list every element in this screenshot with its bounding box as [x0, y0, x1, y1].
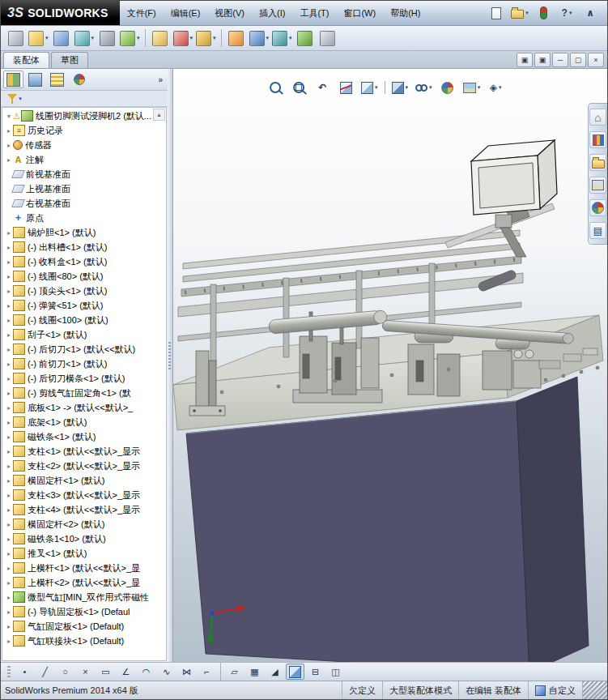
tree-row[interactable]: ▸(-) 收料盒<1> (默认) — [2, 254, 166, 269]
expand-arrow-icon[interactable]: ▸ — [5, 608, 13, 616]
tree-row[interactable]: ▸底架<1> (默认) — [2, 415, 166, 429]
new-document-button[interactable] — [486, 2, 507, 23]
tree-row[interactable]: ▸气缸联接块<1> (Default) — [2, 634, 166, 648]
menu-item[interactable]: 插入(I) — [252, 1, 292, 25]
apply-scene-button[interactable]: ▾ — [462, 79, 482, 96]
restore-button[interactable]: ▢ — [570, 53, 586, 67]
tree-row[interactable]: ▸支柱<3> (默认<<默认>_显示 — [2, 488, 166, 502]
close-button[interactable]: × — [588, 53, 604, 67]
featuremanager-tab[interactable] — [3, 70, 23, 88]
tree-row[interactable]: ▸推叉<1> (默认) — [2, 546, 166, 561]
tree-row[interactable]: ▸(-) 后切刀横条<1> (默认) — [2, 371, 166, 386]
appearances-scenes-button[interactable] — [589, 199, 606, 216]
tree-row[interactable]: ▸支柱<4> (默认<<默认>_显示 — [2, 502, 166, 517]
tree-row[interactable]: ▸气缸固定板<1> (Default) — [2, 619, 166, 634]
linear-component-pattern-button[interactable]: ▾ — [74, 28, 96, 49]
expand-arrow-icon[interactable]: ▸ — [5, 142, 13, 149]
status-customize-cell[interactable]: 自定义 — [528, 681, 582, 699]
expand-arrow-icon[interactable]: ▸ — [5, 638, 13, 645]
expand-arrow-icon[interactable]: ▸ — [5, 390, 13, 397]
expand-arrow-icon[interactable]: ▸ — [5, 127, 13, 134]
sketch-rectangle-button[interactable]: ▭ — [96, 664, 115, 680]
offset-entities-button[interactable]: ⌐ — [198, 664, 216, 680]
tree-row[interactable]: ▸(-) 后切刀<1> (默认<<默认) — [2, 342, 166, 356]
minimize-button[interactable]: ─ — [552, 53, 568, 67]
external-references-button[interactable] — [317, 28, 338, 49]
move-component-button[interactable]: ▾ — [119, 28, 141, 49]
expand-arrow-icon[interactable]: ▸ — [5, 419, 13, 426]
panel-splitter[interactable] — [168, 69, 173, 662]
tree-row[interactable]: ▸传感器 — [2, 138, 166, 152]
exploded-view-button[interactable]: ▾ — [271, 28, 293, 49]
mate-button[interactable] — [51, 28, 72, 49]
solidworks-resources-button[interactable] — [533, 2, 554, 23]
tree-row[interactable]: +原点 — [2, 211, 166, 225]
expand-arrow-icon[interactable]: ▸ — [5, 375, 13, 382]
expand-arrow-icon[interactable]: ▸ — [5, 404, 13, 412]
sketch-line-button[interactable]: ╱ — [36, 664, 54, 680]
graphics-area[interactable]: ↶▾▾▾▾◈▾ ⌂▤ — [173, 69, 607, 662]
menu-item[interactable]: 帮助(H) — [383, 1, 427, 25]
reference-plane-button[interactable]: ▱ — [225, 664, 244, 680]
expand-arrow-icon[interactable]: ▸ — [5, 492, 13, 499]
sketch-angle-button[interactable]: ∠ — [117, 664, 135, 680]
tree-row[interactable]: ▸支柱<1> (默认<<默认>_显示 — [2, 444, 166, 459]
design-library-button[interactable] — [589, 131, 606, 148]
shaded-with-edges-button[interactable] — [286, 664, 304, 680]
panel-overflow-button[interactable]: » — [158, 75, 165, 84]
help-button[interactable]: ?▾ — [556, 2, 577, 23]
tree-row[interactable]: ▸横固定杆<2> (默认) — [2, 517, 166, 531]
configurationmanager-tab[interactable] — [47, 70, 67, 88]
menu-item[interactable]: 编辑(E) — [164, 1, 208, 25]
section-line-button[interactable]: ◢ — [266, 664, 284, 680]
expand-arrow-icon[interactable]: ▸ — [5, 288, 13, 295]
view-orientation-button[interactable]: ▾ — [360, 79, 379, 96]
propertymanager-tab[interactable] — [25, 70, 45, 88]
tree-row[interactable]: ▸刮子<1> (默认) — [2, 327, 166, 342]
menu-item[interactable]: 工具(T) — [292, 1, 336, 25]
tree-row[interactable]: ▸锡炉胆<1> (默认) — [2, 225, 166, 240]
edit-appearance-button[interactable] — [439, 79, 457, 96]
expand-arrow-icon[interactable]: ▸ — [5, 302, 13, 309]
tree-scroll-up-button[interactable]: ▲ — [153, 109, 165, 121]
tree-row[interactable]: 上视基准面 — [2, 181, 166, 196]
open-button[interactable]: ▾ — [509, 2, 530, 23]
display-style-button[interactable]: ▾ — [391, 79, 410, 96]
split-horizontal-button[interactable]: ⊟ — [306, 664, 325, 680]
split-vertical-button[interactable]: ◫ — [326, 664, 345, 680]
window-tile-button[interactable]: ▣ — [534, 53, 551, 67]
tree-row[interactable]: ▸(-) 导轨固定板<1> (Defaul — [2, 604, 166, 619]
sketch-spline-button[interactable]: ∿ — [157, 664, 176, 680]
menu-item[interactable]: 文件(F) — [120, 1, 164, 25]
section-view-button[interactable] — [337, 79, 355, 96]
tree-row[interactable]: ▸≡历史记录 — [2, 123, 166, 138]
bill-of-materials-button[interactable]: ▾ — [249, 28, 270, 49]
view-palette-button[interactable] — [589, 177, 606, 194]
reference-geometry-button[interactable]: ▾ — [195, 28, 217, 49]
collapse-menubar-button[interactable]: ∧ — [580, 2, 601, 23]
expand-arrow-icon[interactable]: ▸ — [5, 361, 13, 368]
sketch-arc-button[interactable]: ◠ — [137, 664, 155, 680]
new-motion-study-button[interactable] — [226, 28, 247, 49]
displaymanager-tab[interactable] — [69, 70, 89, 88]
model-cluster-b[interactable] — [408, 330, 460, 396]
expand-arrow-icon[interactable]: ▸ — [5, 565, 13, 572]
expand-arrow-icon[interactable]: ▸ — [5, 536, 13, 543]
window-list-button[interactable]: ▣ — [517, 53, 533, 67]
tree-row[interactable]: ▸(-) 顶尖头<1> (默认) — [2, 284, 166, 298]
expand-arrow-icon[interactable]: ▸ — [5, 317, 13, 324]
instant3d-button[interactable] — [295, 28, 316, 49]
tree-row[interactable]: ▸(-) 剪线气缸固定角<1> (默 — [2, 386, 166, 400]
tree-row[interactable]: ▸支柱<2> (默认<<默认>_显示 — [2, 459, 166, 473]
expand-arrow-icon[interactable]: ▸ — [5, 448, 13, 455]
expand-arrow-icon[interactable]: ▸ — [5, 477, 13, 484]
expand-arrow-icon[interactable]: ▸ — [5, 331, 13, 339]
viewport-3d-model[interactable] — [173, 69, 607, 662]
expand-arrow-icon[interactable]: ▸ — [5, 273, 13, 280]
tree-row[interactable]: ▸A注解 — [2, 152, 166, 167]
tree-row[interactable]: ▸(-) 线圈<80> (默认) — [2, 269, 166, 284]
tree-row[interactable]: ▸磁铁条1<10> (默认) — [2, 531, 166, 546]
view-settings-button[interactable]: ◈▾ — [487, 79, 504, 96]
grid-system-button[interactable]: ▦ — [245, 664, 264, 680]
menu-item[interactable]: 窗口(W) — [336, 1, 383, 25]
